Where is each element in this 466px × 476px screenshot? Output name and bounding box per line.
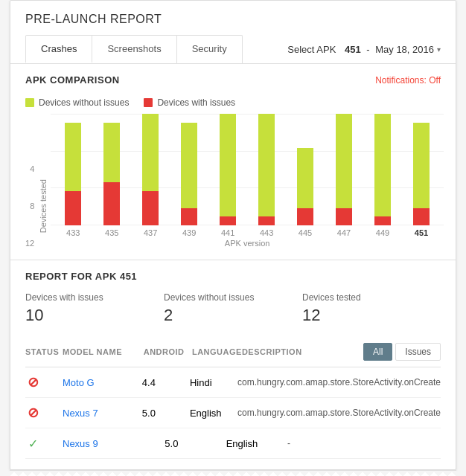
chart-legend: Devices without issues Devices with issu… <box>25 97 441 108</box>
bar-group-447 <box>336 114 352 225</box>
stats-row: Devices with issues 10 Devices without i… <box>25 292 441 325</box>
table-row: ⊘Moto G4.4Hindicom.hungry.com.amap.store… <box>25 367 441 398</box>
bar-group-443 <box>258 114 275 225</box>
x-label-441: 441 <box>208 228 247 237</box>
status-cell-2: ✓ <box>25 436 63 451</box>
bar-green-433 <box>65 123 81 191</box>
error-icon: ⊘ <box>25 375 40 390</box>
legend-with-issues: Devices with issues <box>144 97 235 108</box>
legend-dot-green <box>25 98 34 107</box>
language-1: English <box>190 408 237 419</box>
y-axis-title: Devices tested <box>39 179 48 233</box>
tabs-row: Crashes Screenshots Security Select APK … <box>10 35 456 64</box>
y-axis-labels: 12 8 4 <box>25 136 34 248</box>
stat-issues-value: 10 <box>25 306 149 325</box>
tab-crashes[interactable]: Crashes <box>25 35 92 63</box>
apk-selector-label: Select APK <box>287 44 336 55</box>
bar-stack-443 <box>258 114 275 225</box>
x-label-435: 435 <box>92 228 131 237</box>
stat-no-issues-value: 2 <box>164 306 287 325</box>
bar-group-449 <box>374 114 391 225</box>
x-label-437: 437 <box>131 228 170 237</box>
error-icon: ⊘ <box>25 405 40 420</box>
bar-green-435 <box>103 123 120 183</box>
tab-screenshots[interactable]: Screenshots <box>92 35 176 63</box>
bar-stack-441 <box>220 114 236 225</box>
x-label-439: 439 <box>170 228 208 237</box>
chart-body: 433435437439441443445447449451 APK versi… <box>51 114 444 248</box>
col-header-language: LANGUAGE <box>192 347 242 356</box>
notifications-value: Off <box>429 75 441 86</box>
chevron-down-icon: ▾ <box>437 45 441 54</box>
filter-issues-button[interactable]: Issues <box>395 343 441 361</box>
bar-green-447 <box>336 114 352 208</box>
col-header-status: STATUS <box>25 347 63 356</box>
legend-no-issues: Devices without issues <box>25 97 129 108</box>
stat-tested: Devices tested 12 <box>302 292 441 325</box>
notifications-status: Notifications: Off <box>375 75 441 86</box>
stat-issues: Devices with issues 10 <box>25 292 164 325</box>
apk-selector-date: May 18, 2016 <box>375 44 434 55</box>
x-label-451: 451 <box>402 228 441 237</box>
report-section: REPORT FOR APK 451 Devices with issues 1… <box>10 260 456 469</box>
status-cell-0: ⊘ <box>25 375 63 390</box>
legend-dot-red <box>144 98 153 107</box>
description-2: - <box>287 438 441 448</box>
bar-group-437 <box>142 114 159 225</box>
bar-group-433 <box>65 114 81 225</box>
apk-comparison-header: APK COMPARISON Notifications: Off <box>10 64 456 90</box>
bar-stack-433 <box>65 123 81 225</box>
x-axis-title: APK version <box>51 239 444 248</box>
x-axis-labels: 433435437439441443445447449451 <box>51 225 444 237</box>
apk-selector-number: 451 <box>345 44 361 55</box>
android-version-2: 5.0 <box>165 438 226 449</box>
chart-inner: Devices tested <box>39 114 441 248</box>
bar-stack-435 <box>103 123 120 225</box>
report-title: REPORT FOR APK 451 <box>25 271 441 282</box>
bar-red-435 <box>103 182 120 225</box>
bar-group-451 <box>413 114 430 225</box>
bar-green-443 <box>258 114 275 216</box>
table-header: STATUS MODEL NAME ANDROID LANGUAGE DESCR… <box>25 337 441 367</box>
bar-green-451 <box>413 123 430 208</box>
col-header-description: DESCRIPTION <box>242 347 363 356</box>
col-header-actions: All Issues <box>363 343 441 361</box>
bar-red-433 <box>65 191 81 225</box>
model-link-2[interactable]: Nexus 9 <box>63 438 165 449</box>
y-label-8: 8 <box>30 202 34 210</box>
android-version-1: 5.0 <box>142 408 190 419</box>
model-link-1[interactable]: Nexus 7 <box>63 408 142 419</box>
tab-security[interactable]: Security <box>176 35 243 63</box>
bar-red-445 <box>297 208 313 225</box>
y-label-12: 12 <box>25 239 34 248</box>
bar-green-441 <box>220 114 236 216</box>
x-label-443: 443 <box>247 228 286 237</box>
bar-green-439 <box>181 123 197 208</box>
x-label-445: 445 <box>286 228 325 237</box>
bar-stack-449 <box>374 114 391 225</box>
filter-all-button[interactable]: All <box>363 343 392 361</box>
description-1: com.hungry.com.amap.store.StoreActivity.… <box>237 408 441 418</box>
status-cell-1: ⊘ <box>25 405 63 420</box>
stat-tested-value: 12 <box>302 306 426 325</box>
bar-stack-439 <box>181 123 197 225</box>
table-body: ⊘Moto G4.4Hindicom.hungry.com.amap.store… <box>25 367 441 459</box>
apk-selector[interactable]: Select APK 451 - May 18, 2016 ▾ <box>287 44 441 55</box>
android-version-0: 4.4 <box>142 377 190 388</box>
notifications-label: Notifications: <box>375 75 427 86</box>
bar-stack-451 <box>413 123 430 225</box>
bar-group-445 <box>297 114 313 225</box>
success-icon: ✓ <box>25 436 40 451</box>
chart-container: 12 8 4 Devices tested <box>25 114 441 248</box>
bar-red-443 <box>258 216 275 225</box>
bar-stack-437 <box>142 114 159 225</box>
bar-group-441 <box>220 114 236 225</box>
bar-group-439 <box>181 114 197 225</box>
bar-red-451 <box>413 208 430 225</box>
bar-red-439 <box>181 208 197 225</box>
stat-tested-label: Devices tested <box>302 292 426 303</box>
apk-comparison-title: APK COMPARISON <box>25 74 120 86</box>
model-link-0[interactable]: Moto G <box>63 377 142 388</box>
table-row: ✓Nexus 95.0English- <box>25 428 441 459</box>
bar-green-437 <box>142 114 159 191</box>
